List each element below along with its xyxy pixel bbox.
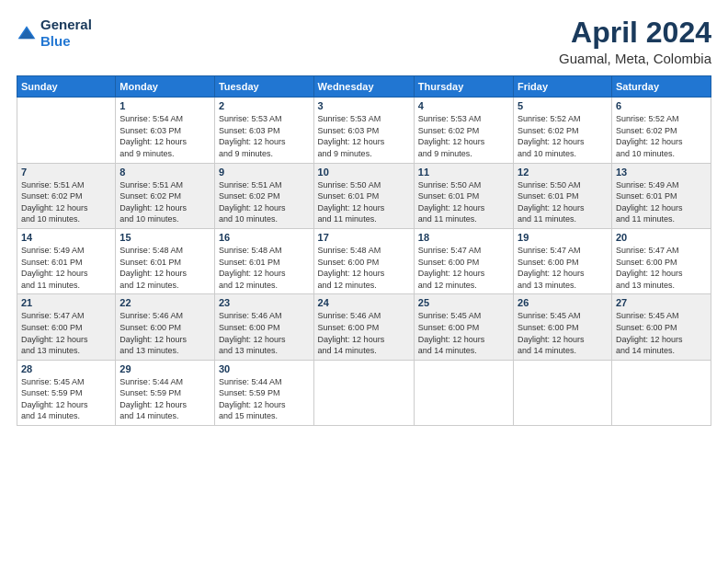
calendar-cell: 13Sunrise: 5:49 AM Sunset: 6:01 PM Dayli…: [611, 163, 711, 228]
day-number: 30: [219, 363, 310, 374]
calendar-cell: [313, 360, 414, 425]
day-number: 21: [21, 297, 111, 308]
calendar-cell: 17Sunrise: 5:48 AM Sunset: 6:00 PM Dayli…: [313, 228, 414, 293]
calendar-cell: 23Sunrise: 5:46 AM Sunset: 6:00 PM Dayli…: [214, 294, 313, 360]
calendar-week-row: 14Sunrise: 5:49 AM Sunset: 6:01 PM Dayli…: [17, 228, 711, 293]
calendar-cell: 7Sunrise: 5:51 AM Sunset: 6:02 PM Daylig…: [17, 163, 116, 228]
col-wednesday: Wednesday: [313, 76, 414, 98]
day-info: Sunrise: 5:50 AM Sunset: 6:01 PM Dayligh…: [418, 179, 509, 225]
calendar-cell: 16Sunrise: 5:48 AM Sunset: 6:01 PM Dayli…: [214, 228, 313, 293]
calendar-table: Sunday Monday Tuesday Wednesday Thursday…: [17, 75, 711, 426]
calendar-cell: 5Sunrise: 5:52 AM Sunset: 6:02 PM Daylig…: [514, 98, 612, 163]
calendar-cell: 19Sunrise: 5:47 AM Sunset: 6:00 PM Dayli…: [514, 228, 612, 293]
day-info: Sunrise: 5:48 AM Sunset: 6:01 PM Dayligh…: [219, 245, 310, 291]
header: General Blue April 2024 Guamal, Meta, Co…: [17, 17, 711, 66]
calendar-cell: 11Sunrise: 5:50 AM Sunset: 6:01 PM Dayli…: [414, 163, 513, 228]
day-info: Sunrise: 5:52 AM Sunset: 6:02 PM Dayligh…: [518, 113, 608, 159]
calendar-cell: 20Sunrise: 5:47 AM Sunset: 6:00 PM Dayli…: [611, 228, 711, 293]
day-info: Sunrise: 5:44 AM Sunset: 5:59 PM Dayligh…: [119, 376, 210, 422]
calendar-cell: 3Sunrise: 5:53 AM Sunset: 6:03 PM Daylig…: [313, 98, 414, 163]
day-number: 22: [119, 297, 210, 308]
calendar-cell: 12Sunrise: 5:50 AM Sunset: 6:01 PM Dayli…: [514, 163, 612, 228]
page: General Blue April 2024 Guamal, Meta, Co…: [0, 0, 728, 563]
calendar-cell: 15Sunrise: 5:48 AM Sunset: 6:01 PM Dayli…: [116, 228, 215, 293]
day-number: 5: [518, 100, 608, 111]
day-number: 20: [616, 232, 707, 243]
day-number: 8: [119, 167, 210, 178]
day-number: 16: [219, 232, 310, 243]
day-number: 23: [219, 297, 310, 308]
day-info: Sunrise: 5:51 AM Sunset: 6:02 PM Dayligh…: [219, 179, 310, 225]
calendar-week-row: 7Sunrise: 5:51 AM Sunset: 6:02 PM Daylig…: [17, 163, 711, 228]
day-info: Sunrise: 5:51 AM Sunset: 6:02 PM Dayligh…: [119, 179, 210, 225]
day-number: 3: [318, 100, 410, 111]
calendar-cell: 22Sunrise: 5:46 AM Sunset: 6:00 PM Dayli…: [116, 294, 215, 360]
col-tuesday: Tuesday: [214, 76, 313, 98]
day-number: 26: [518, 297, 608, 308]
day-info: Sunrise: 5:46 AM Sunset: 6:00 PM Dayligh…: [119, 310, 210, 356]
calendar-header-row: Sunday Monday Tuesday Wednesday Thursday…: [17, 76, 711, 98]
logo: General Blue: [17, 17, 92, 50]
calendar-week-row: 28Sunrise: 5:45 AM Sunset: 5:59 PM Dayli…: [17, 360, 711, 425]
calendar-cell: 21Sunrise: 5:47 AM Sunset: 6:00 PM Dayli…: [17, 294, 116, 360]
title-block: April 2024 Guamal, Meta, Colombia: [559, 17, 711, 66]
day-number: 7: [21, 167, 111, 178]
day-info: Sunrise: 5:45 AM Sunset: 6:00 PM Dayligh…: [418, 310, 509, 356]
logo-text: General Blue: [40, 17, 92, 50]
day-number: 24: [318, 297, 410, 308]
calendar-cell: 10Sunrise: 5:50 AM Sunset: 6:01 PM Dayli…: [313, 163, 414, 228]
calendar-week-row: 1Sunrise: 5:54 AM Sunset: 6:03 PM Daylig…: [17, 98, 711, 163]
calendar-cell: 26Sunrise: 5:45 AM Sunset: 6:00 PM Dayli…: [514, 294, 612, 360]
calendar-cell: 29Sunrise: 5:44 AM Sunset: 5:59 PM Dayli…: [116, 360, 215, 425]
day-info: Sunrise: 5:48 AM Sunset: 6:01 PM Dayligh…: [119, 245, 210, 291]
day-info: Sunrise: 5:45 AM Sunset: 6:00 PM Dayligh…: [518, 310, 608, 356]
day-number: 15: [119, 232, 210, 243]
day-number: 2: [219, 100, 310, 111]
col-monday: Monday: [116, 76, 215, 98]
day-info: Sunrise: 5:47 AM Sunset: 6:00 PM Dayligh…: [616, 245, 707, 291]
day-info: Sunrise: 5:47 AM Sunset: 6:00 PM Dayligh…: [518, 245, 608, 291]
day-number: 25: [418, 297, 509, 308]
calendar-cell: [17, 98, 116, 163]
day-number: 9: [219, 167, 310, 178]
day-number: 14: [21, 232, 111, 243]
day-number: 6: [616, 100, 707, 111]
day-number: 10: [318, 167, 410, 178]
day-info: Sunrise: 5:46 AM Sunset: 6:00 PM Dayligh…: [318, 310, 410, 356]
day-info: Sunrise: 5:49 AM Sunset: 6:01 PM Dayligh…: [21, 245, 111, 291]
day-number: 17: [318, 232, 410, 243]
col-friday: Friday: [514, 76, 612, 98]
day-number: 18: [418, 232, 509, 243]
day-info: Sunrise: 5:53 AM Sunset: 6:02 PM Dayligh…: [418, 113, 509, 159]
day-info: Sunrise: 5:47 AM Sunset: 6:00 PM Dayligh…: [21, 310, 111, 356]
logo-icon: [17, 23, 37, 43]
calendar-cell: 27Sunrise: 5:45 AM Sunset: 6:00 PM Dayli…: [611, 294, 711, 360]
calendar-cell: 18Sunrise: 5:47 AM Sunset: 6:00 PM Dayli…: [414, 228, 513, 293]
day-info: Sunrise: 5:54 AM Sunset: 6:03 PM Dayligh…: [119, 113, 210, 159]
day-number: 4: [418, 100, 509, 111]
location-title: Guamal, Meta, Colombia: [559, 51, 711, 66]
col-sunday: Sunday: [17, 76, 116, 98]
day-info: Sunrise: 5:45 AM Sunset: 5:59 PM Dayligh…: [21, 376, 111, 422]
day-info: Sunrise: 5:52 AM Sunset: 6:02 PM Dayligh…: [616, 113, 707, 159]
day-info: Sunrise: 5:50 AM Sunset: 6:01 PM Dayligh…: [518, 179, 608, 225]
calendar-cell: 28Sunrise: 5:45 AM Sunset: 5:59 PM Dayli…: [17, 360, 116, 425]
calendar-cell: 30Sunrise: 5:44 AM Sunset: 5:59 PM Dayli…: [214, 360, 313, 425]
day-info: Sunrise: 5:50 AM Sunset: 6:01 PM Dayligh…: [318, 179, 410, 225]
col-saturday: Saturday: [611, 76, 711, 98]
day-number: 28: [21, 363, 111, 374]
day-info: Sunrise: 5:45 AM Sunset: 6:00 PM Dayligh…: [616, 310, 707, 356]
calendar-cell: 9Sunrise: 5:51 AM Sunset: 6:02 PM Daylig…: [214, 163, 313, 228]
calendar-cell: 25Sunrise: 5:45 AM Sunset: 6:00 PM Dayli…: [414, 294, 513, 360]
calendar-cell: [414, 360, 513, 425]
calendar-cell: 8Sunrise: 5:51 AM Sunset: 6:02 PM Daylig…: [116, 163, 215, 228]
month-title: April 2024: [559, 17, 711, 49]
calendar-cell: 4Sunrise: 5:53 AM Sunset: 6:02 PM Daylig…: [414, 98, 513, 163]
calendar-cell: 24Sunrise: 5:46 AM Sunset: 6:00 PM Dayli…: [313, 294, 414, 360]
day-number: 27: [616, 297, 707, 308]
day-info: Sunrise: 5:51 AM Sunset: 6:02 PM Dayligh…: [21, 179, 111, 225]
day-number: 19: [518, 232, 608, 243]
day-info: Sunrise: 5:47 AM Sunset: 6:00 PM Dayligh…: [418, 245, 509, 291]
calendar-cell: 1Sunrise: 5:54 AM Sunset: 6:03 PM Daylig…: [116, 98, 215, 163]
calendar-cell: [611, 360, 711, 425]
